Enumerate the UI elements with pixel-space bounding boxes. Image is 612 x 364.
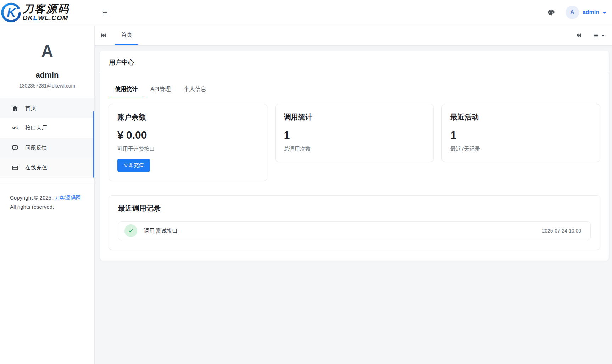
page-title: 用户中心	[100, 51, 609, 73]
copyright-line: Copyright © 2025. 刀客源码网	[10, 193, 87, 202]
success-status-badge	[124, 224, 137, 237]
stat-card-recent-activity: 最近活动 1 最近7天记录	[441, 104, 600, 162]
sidebar-item-recharge[interactable]: 在线充值	[0, 158, 94, 178]
palette-icon	[547, 9, 555, 16]
main-area: 首页 用户中心 使用统计 API管理 个人信息	[95, 25, 612, 364]
profile-avatar-letter: A	[0, 43, 94, 59]
recharge-now-button[interactable]: 立即充值	[117, 159, 150, 172]
tab-home[interactable]: 首页	[115, 25, 138, 45]
scroll-right-icon[interactable]	[575, 32, 583, 38]
copyright-site-link[interactable]: 刀客源码网	[54, 195, 81, 201]
chevron-down-icon	[601, 35, 605, 37]
home-icon	[11, 105, 19, 112]
sidebar-copyright: Copyright © 2025. 刀客源码网 All rights reser…	[0, 184, 94, 212]
logo-title: 刀客源码	[23, 4, 69, 14]
record-text: 调用 测试接口	[144, 228, 177, 234]
username-label: admin	[583, 9, 599, 16]
user-center-card: 用户中心 使用统计 API管理 个人信息 账户余额 ¥ 0.00 可用于计费接口…	[100, 51, 609, 261]
sidebar-item-home[interactable]: 首页	[0, 98, 94, 118]
logo-subtitle-part-blue: E	[33, 14, 38, 22]
tab-api-management[interactable]: API管理	[144, 82, 177, 97]
stat-value: 1	[284, 129, 425, 141]
check-icon	[128, 228, 134, 234]
tab-personal-info[interactable]: 个人信息	[177, 82, 213, 97]
user-menu[interactable]: A admin	[566, 6, 606, 19]
recent-calls-title: 最近调用记录	[118, 203, 591, 213]
page-tabstrip: 首页	[95, 25, 612, 46]
record-timestamp: 2025-07-24 10:00	[542, 228, 581, 234]
feedback-icon: ?	[11, 145, 19, 151]
stats-row: 账户余额 ¥ 0.00 可用于计费接口 立即充值 调用统计 1 总调用次数 最近…	[109, 104, 600, 181]
logo-text: 刀客源码 DKEWL.COM	[23, 4, 69, 21]
sidebar-item-label: 首页	[25, 105, 36, 112]
chevron-down-icon	[603, 12, 606, 14]
stat-caption: 总调用次数	[284, 146, 425, 152]
stat-title: 调用统计	[284, 112, 425, 122]
sidebar-item-feedback[interactable]: ? 问题反馈	[0, 138, 94, 158]
stat-card-balance: 账户余额 ¥ 0.00 可用于计费接口 立即充值	[109, 104, 267, 181]
logo-subtitle-part: WL.COM	[38, 14, 68, 22]
sidebar-item-label: 在线充值	[25, 164, 47, 172]
profile-email: 1302357281@dkewl.com	[0, 83, 94, 89]
profile-name: admin	[0, 71, 94, 80]
rights-line: All rights reserved.	[10, 202, 87, 212]
sidebar-profile: A admin 1302357281@dkewl.com	[0, 25, 94, 98]
scroll-left-icon[interactable]	[100, 25, 107, 45]
stat-card-calls: 调用统计 1 总调用次数	[275, 104, 434, 162]
sidebar-menu: 首页 API 接口大厅 ? 问题反馈	[0, 98, 94, 178]
page-content: 用户中心 使用统计 API管理 个人信息 账户余额 ¥ 0.00 可用于计费接口…	[95, 46, 612, 268]
logo-swoosh-icon: K	[1, 2, 21, 23]
app-logo[interactable]: K 刀客源码 DKEWL.COM	[0, 2, 96, 23]
sidebar-toggle-hamburger-icon[interactable]	[103, 8, 111, 17]
user-avatar: A	[566, 6, 579, 19]
user-center-tabs: 使用统计 API管理 个人信息	[109, 82, 600, 97]
sidebar-scrollbar-thumb[interactable]	[93, 111, 94, 178]
recent-calls-card: 最近调用记录 调用 测试接口 2025-07-24 10:00	[109, 195, 600, 250]
theme-palette-button[interactable]	[547, 9, 555, 16]
sidebar-item-label: 问题反馈	[25, 144, 47, 152]
recharge-icon	[11, 164, 19, 171]
tab-usage-stats[interactable]: 使用统计	[109, 82, 144, 97]
stat-title: 账户余额	[117, 112, 258, 122]
svg-text:?: ?	[14, 146, 16, 149]
logo-subtitle-part: DK	[23, 14, 33, 22]
api-icon: API	[11, 126, 19, 130]
stat-caption: 最近7天记录	[450, 146, 591, 152]
tab-menu-icon[interactable]	[592, 32, 606, 39]
logo-letter: K	[7, 6, 16, 19]
stat-value: 1	[450, 129, 591, 141]
stat-value: ¥ 0.00	[117, 129, 258, 141]
topbar: K 刀客源码 DKEWL.COM A admin	[0, 0, 612, 25]
sidebar-item-label: 接口大厅	[25, 124, 47, 132]
stat-caption: 可用于计费接口	[117, 146, 258, 152]
copyright-text: Copyright © 2025.	[10, 195, 53, 201]
sidebar: A admin 1302357281@dkewl.com 首页 API 接口大厅	[0, 25, 95, 364]
call-record-row: 调用 测试接口 2025-07-24 10:00	[118, 221, 591, 240]
stat-title: 最近活动	[450, 112, 591, 122]
logo-subtitle: DKEWL.COM	[23, 15, 69, 21]
sidebar-item-api-hall[interactable]: API 接口大厅	[0, 118, 94, 138]
